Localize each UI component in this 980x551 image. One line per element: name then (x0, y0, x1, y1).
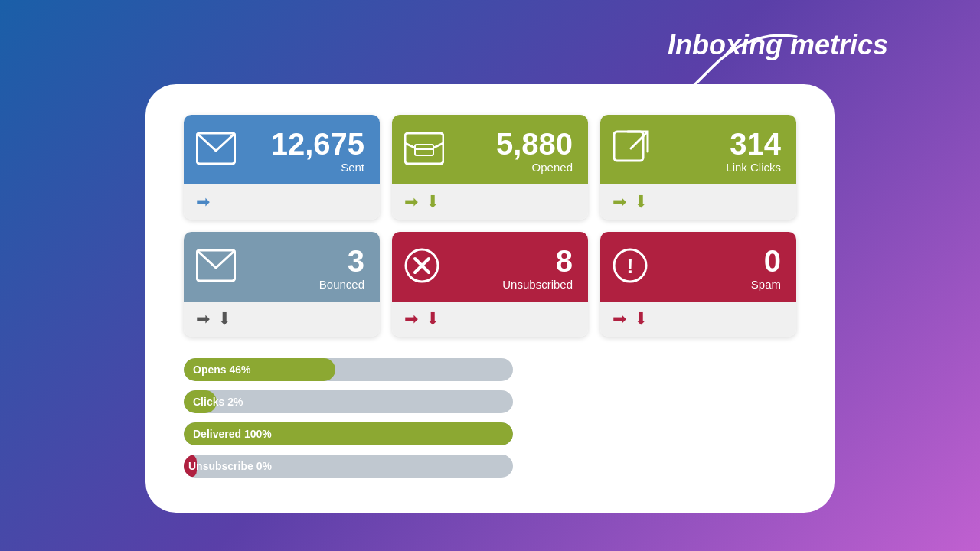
sent-arrow-icon[interactable]: ➡ (196, 192, 210, 212)
clicks-fill: Clicks 2% (184, 390, 217, 413)
metric-bounced: 3 Bounced ➡ ⬇ (184, 232, 380, 337)
unsubscribed-number: 8 (556, 246, 573, 276)
spam-label: Spam (751, 278, 781, 291)
bounced-actions: ➡ ⬇ (184, 302, 380, 337)
sent-label: Sent (341, 161, 364, 174)
metric-opened: 5,880 Opened ➡ ⬇ (392, 115, 588, 220)
progress-section: Opens 46% Clicks 2% Delivered 100% (184, 358, 796, 478)
link-clicks-arrow-icon[interactable]: ➡ (612, 192, 626, 212)
clicks-bar-label: Clicks 2% (193, 396, 243, 408)
metric-sent: 12,675 Sent ➡ (184, 115, 380, 220)
bounced-number: 3 (348, 246, 364, 276)
sent-number: 12,675 (271, 129, 364, 159)
opens-bar-label: Opens 46% (193, 364, 250, 376)
link-clicks-label: Link Clicks (726, 161, 781, 174)
bounced-icon (196, 249, 236, 287)
delivered-bar-label: Delivered 100% (193, 428, 272, 440)
opened-label: Opened (532, 161, 573, 174)
spam-icon: ! (612, 248, 648, 289)
unsubscribe-label-overlay: Unsubscribe 0% (188, 460, 272, 472)
unsubscribed-actions: ➡ ⬇ (392, 302, 588, 337)
progress-unsubscribe: Unsubscribe 0% (184, 455, 796, 478)
unsubscribed-download-icon[interactable]: ⬇ (426, 309, 439, 329)
opened-number: 5,880 (496, 129, 573, 159)
spam-number: 0 (764, 246, 781, 276)
link-clicks-number: 314 (730, 129, 781, 159)
link-clicks-icon (612, 130, 649, 172)
unsubscribed-icon (404, 248, 439, 289)
svg-rect-5 (614, 132, 643, 161)
spam-actions: ➡ ⬇ (600, 302, 796, 337)
bounced-label: Bounced (319, 278, 364, 291)
unsubscribed-arrow-icon[interactable]: ➡ (404, 309, 418, 329)
metric-link-clicks: 314 Link Clicks ➡ ⬇ (600, 115, 796, 220)
opened-arrow-icon[interactable]: ➡ (404, 192, 418, 212)
opened-actions: ➡ ⬇ (392, 184, 588, 220)
sent-actions: ➡ (184, 184, 380, 220)
bounced-arrow-icon[interactable]: ➡ (196, 309, 210, 329)
progress-clicks: Clicks 2% (184, 390, 796, 413)
progress-delivered: Delivered 100% (184, 422, 796, 445)
opens-fill: Opens 46% (184, 358, 335, 381)
spam-download-icon[interactable]: ⬇ (634, 309, 648, 329)
metric-unsubscribed: 8 Unsubscribed ➡ ⬇ (392, 232, 588, 337)
bounced-download-icon[interactable]: ⬇ (217, 309, 231, 329)
svg-text:!: ! (626, 254, 633, 278)
main-card: 12,675 Sent ➡ 5,88 (145, 84, 835, 513)
unsubscribed-label: Unsubscribed (502, 278, 573, 291)
sent-icon (196, 132, 236, 170)
opened-download-icon[interactable]: ⬇ (426, 192, 439, 212)
opened-icon (404, 132, 444, 170)
link-clicks-actions: ➡ ⬇ (600, 184, 796, 220)
progress-opens: Opens 46% (184, 358, 796, 381)
metrics-grid: 12,675 Sent ➡ 5,88 (184, 115, 796, 337)
metric-spam: ! 0 Spam ➡ ⬇ (600, 232, 796, 337)
link-clicks-download-icon[interactable]: ⬇ (634, 192, 648, 212)
delivered-fill: Delivered 100% (184, 422, 513, 445)
spam-arrow-icon[interactable]: ➡ (612, 309, 626, 329)
